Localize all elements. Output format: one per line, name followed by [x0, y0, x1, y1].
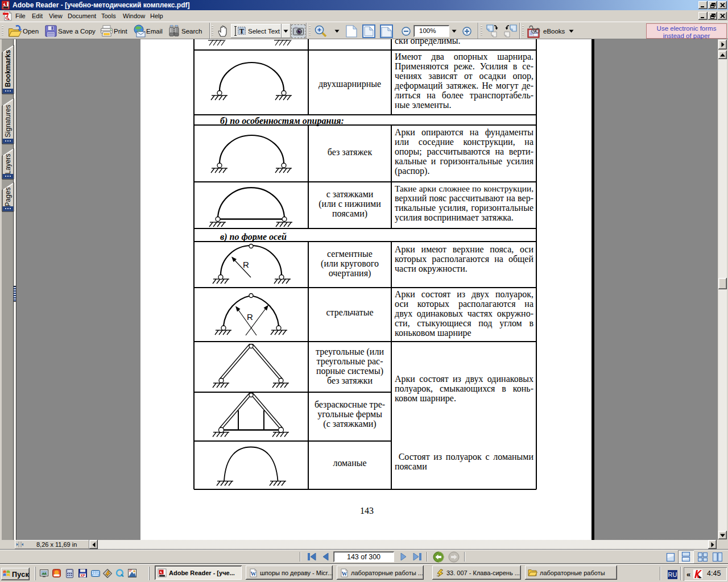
svg-text:XP: XP	[80, 573, 85, 577]
svg-text:T: T	[239, 27, 244, 35]
svg-text:Signatures: Signatures	[4, 105, 12, 137]
svg-text:Bookmarks: Bookmarks	[4, 50, 12, 88]
svg-text:Pages: Pages	[4, 187, 12, 206]
svg-text:Layers: Layers	[4, 153, 12, 174]
svg-text:W: W	[342, 570, 348, 576]
svg-text:W: W	[251, 570, 257, 576]
